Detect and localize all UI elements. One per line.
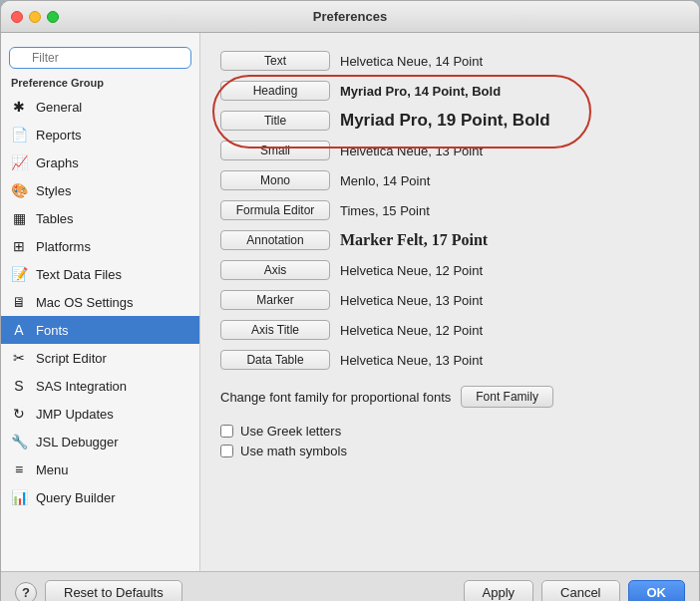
sas-integration-label: SAS Integration	[36, 379, 127, 394]
tables-icon: ▦	[9, 208, 29, 228]
jsl-debugger-icon: 🔧	[9, 432, 29, 451]
font-value-text: Helvetica Neue, 14 Point	[340, 54, 483, 69]
reports-icon: 📄	[9, 125, 29, 145]
platforms-label: Platforms	[36, 239, 91, 254]
jmp-updates-label: JMP Updates	[36, 407, 114, 422]
sidebar-item-text-data-files[interactable]: 📝Text Data Files	[1, 260, 199, 288]
bottom-left: ? Reset to Defaults	[15, 580, 182, 601]
font-row: SmallHelvetica Neue, 13 Point	[220, 137, 679, 164]
font-btn-heading[interactable]: Heading	[220, 81, 330, 101]
font-value-marker: Helvetica Neue, 13 Point	[340, 293, 483, 308]
checkbox-label-1: Use math symbols	[240, 444, 347, 458]
font-value-axis-title: Helvetica Neue, 12 Point	[340, 323, 483, 338]
font-row: TextHelvetica Neue, 14 Point	[220, 47, 679, 75]
script-editor-label: Script Editor	[36, 351, 107, 366]
font-btn-annotation[interactable]: Annotation	[220, 230, 330, 250]
checkbox-1[interactable]	[220, 445, 233, 457]
font-row: MarkerHelvetica Neue, 13 Point	[220, 286, 679, 314]
checkbox-row-0: Use Greek letters	[220, 424, 679, 439]
sidebar-item-platforms[interactable]: ⊞Platforms	[1, 232, 199, 260]
sas-integration-icon: S	[9, 376, 29, 396]
font-row: MonoMenlo, 14 Point	[220, 166, 679, 194]
sidebar-item-styles[interactable]: 🎨Styles	[1, 176, 199, 204]
filter-input[interactable]	[9, 47, 191, 69]
minimize-button[interactable]	[29, 11, 41, 23]
font-btn-axis[interactable]: Axis	[220, 260, 330, 280]
sidebar-item-menu[interactable]: ≡Menu	[1, 455, 199, 483]
filter-wrap: 🔍	[1, 41, 199, 77]
font-value-annotation: Marker Felt, 17 Point	[340, 231, 488, 249]
sidebar-item-graphs[interactable]: 📈Graphs	[1, 149, 199, 176]
styles-label: Styles	[36, 183, 71, 198]
mac-os-settings-label: Mac OS Settings	[36, 295, 134, 310]
ok-button[interactable]: OK	[628, 580, 686, 601]
font-btn-title[interactable]: Title	[220, 111, 330, 131]
sidebar-items: ✱General📄Reports📈Graphs🎨Styles▦Tables⊞Pl…	[1, 93, 199, 563]
jmp-updates-icon: ↻	[9, 404, 29, 424]
preference-group-label: Preference Group	[1, 77, 199, 93]
graphs-label: Graphs	[36, 155, 79, 170]
font-rows: TextHelvetica Neue, 14 PointHeadingMyria…	[220, 47, 679, 374]
bottom-bar: ? Reset to Defaults Apply Cancel OK	[1, 571, 699, 601]
sidebar-item-script-editor[interactable]: ✂Script Editor	[1, 344, 199, 372]
window-title: Preferences	[313, 9, 387, 24]
fonts-label: Fonts	[36, 323, 69, 338]
checkboxes: Use Greek lettersUse math symbols	[220, 424, 679, 458]
sidebar-item-jsl-debugger[interactable]: 🔧JSL Debugger	[1, 428, 199, 455]
font-btn-axis-title[interactable]: Axis Title	[220, 320, 330, 340]
font-btn-formula-editor[interactable]: Formula Editor	[220, 200, 330, 220]
query-builder-label: Query Builder	[36, 490, 115, 505]
preferences-window: Preferences 🔍 Preference Group ✱General📄…	[0, 0, 700, 601]
mac-os-settings-icon: 🖥	[9, 292, 29, 312]
font-btn-marker[interactable]: Marker	[220, 290, 330, 310]
sidebar-item-tables[interactable]: ▦Tables	[1, 204, 199, 232]
reports-label: Reports	[36, 128, 82, 143]
maximize-button[interactable]	[47, 11, 59, 23]
font-row: AxisHelvetica Neue, 12 Point	[220, 256, 679, 284]
platforms-icon: ⊞	[9, 236, 29, 256]
font-value-title: Myriad Pro, 19 Point, Bold	[340, 111, 550, 131]
font-value-axis: Helvetica Neue, 12 Point	[340, 263, 483, 278]
font-row: Formula EditorTimes, 15 Point	[220, 196, 679, 224]
font-btn-small[interactable]: Small	[220, 141, 330, 160]
font-btn-mono[interactable]: Mono	[220, 170, 330, 190]
styles-icon: 🎨	[9, 180, 29, 200]
filter-wrap-inner: 🔍	[9, 47, 191, 69]
sidebar: 🔍 Preference Group ✱General📄Reports📈Grap…	[1, 33, 200, 571]
font-value-formula-editor: Times, 15 Point	[340, 203, 430, 218]
checkbox-label-0: Use Greek letters	[240, 424, 341, 439]
sidebar-item-general[interactable]: ✱General	[1, 93, 199, 121]
bottom-right: Apply Cancel OK	[464, 580, 686, 601]
query-builder-icon: 📊	[9, 487, 29, 507]
font-row: AnnotationMarker Felt, 17 Point	[220, 226, 679, 254]
reset-defaults-button[interactable]: Reset to Defaults	[45, 580, 182, 601]
font-value-data-table: Helvetica Neue, 13 Point	[340, 353, 483, 368]
font-btn-text[interactable]: Text	[220, 51, 330, 71]
text-data-files-icon: 📝	[9, 264, 29, 284]
font-family-button[interactable]: Font Family	[461, 386, 553, 408]
sidebar-item-reports[interactable]: 📄Reports	[1, 121, 199, 149]
fonts-icon: A	[9, 320, 29, 340]
main-panel: TextHelvetica Neue, 14 PointHeadingMyria…	[200, 33, 699, 571]
cancel-button[interactable]: Cancel	[541, 580, 619, 601]
general-label: General	[36, 100, 82, 115]
font-family-row: Change font family for proportional font…	[220, 386, 679, 408]
close-button[interactable]	[11, 11, 23, 23]
apply-button[interactable]: Apply	[464, 580, 534, 601]
help-button[interactable]: ?	[15, 582, 37, 602]
sidebar-item-mac-os-settings[interactable]: 🖥Mac OS Settings	[1, 288, 199, 316]
font-btn-data-table[interactable]: Data Table	[220, 350, 330, 370]
font-row: Data TableHelvetica Neue, 13 Point	[220, 346, 679, 374]
text-data-files-label: Text Data Files	[36, 267, 122, 282]
sidebar-item-sas-integration[interactable]: SSAS Integration	[1, 372, 199, 400]
sidebar-item-fonts[interactable]: AFonts	[1, 316, 199, 344]
font-value-heading: Myriad Pro, 14 Point, Bold	[340, 84, 501, 99]
font-row: HeadingMyriad Pro, 14 Point, Bold	[220, 77, 679, 105]
font-family-label: Change font family for proportional font…	[220, 390, 451, 405]
sidebar-item-query-builder[interactable]: 📊Query Builder	[1, 483, 199, 511]
script-editor-icon: ✂	[9, 348, 29, 368]
graphs-icon: 📈	[9, 152, 29, 172]
checkbox-0[interactable]	[220, 425, 233, 438]
menu-icon: ≡	[9, 459, 29, 479]
sidebar-item-jmp-updates[interactable]: ↻JMP Updates	[1, 400, 199, 428]
